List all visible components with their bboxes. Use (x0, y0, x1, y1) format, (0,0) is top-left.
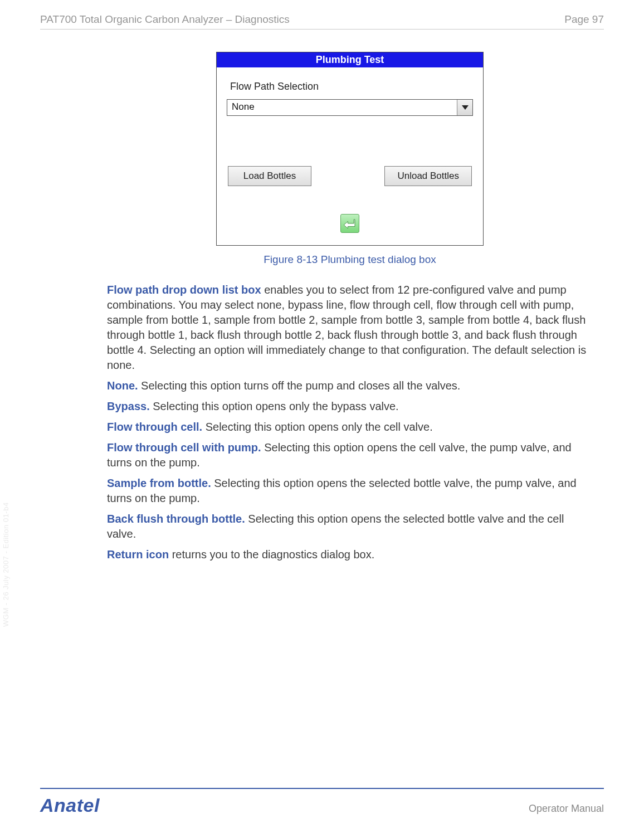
body-paragraph: Return icon returns you to the diagnosti… (107, 547, 593, 562)
paragraph-bold: None. (107, 379, 138, 392)
body-paragraph: Sample from bottle. Selecting this optio… (107, 476, 593, 506)
dialog-title: Plumbing Test (217, 52, 483, 67)
edition-sidetext: WGM - 26 July 2007 - Edition 01-b4 (2, 502, 10, 627)
header-divider (40, 29, 604, 30)
body-paragraph: Flow through cell with pump. Selecting t… (107, 440, 593, 470)
paragraph-bold: Sample from bottle. (107, 477, 211, 489)
header-title: PAT700 Total Organic Carbon Analyzer – D… (40, 13, 290, 26)
page-number: Page 97 (564, 13, 604, 26)
paragraph-bold: Back flush through bottle. (107, 513, 245, 525)
return-icon[interactable] (340, 214, 359, 233)
footer-right: Operator Manual (529, 803, 604, 815)
flow-path-combobox[interactable]: None (227, 99, 473, 116)
paragraph-rest: Selecting this option opens only the byp… (150, 400, 399, 412)
body-paragraph: Back flush through bottle. Selecting thi… (107, 512, 593, 542)
paragraph-rest: returns you to the diagnostics dialog bo… (169, 548, 374, 561)
paragraph-bold: Flow through cell. (107, 421, 202, 433)
chevron-down-icon[interactable] (457, 100, 472, 115)
paragraph-bold: Return icon (107, 548, 169, 561)
flow-path-label: Flow Path Selection (230, 81, 473, 92)
paragraph-rest: enables you to select from 12 pre-config… (107, 284, 586, 371)
body-paragraph: Flow path drop down list box enables you… (107, 282, 593, 373)
paragraph-rest: Selecting this option turns off the pump… (138, 379, 461, 392)
body-paragraph: Bypass. Selecting this option opens only… (107, 399, 593, 414)
plumbing-test-dialog: Plumbing Test Flow Path Selection None L… (216, 52, 484, 246)
paragraph-rest: Selecting this option opens only the cel… (202, 421, 433, 433)
body-paragraph: None. Selecting this option turns off th… (107, 378, 593, 393)
flow-path-value: None (227, 100, 457, 115)
body-paragraph: Flow through cell. Selecting this option… (107, 420, 593, 435)
footer-divider (40, 788, 604, 789)
brand-logo: Anatel (40, 795, 100, 816)
svg-marker-0 (462, 105, 469, 110)
paragraph-bold: Flow path drop down list box (107, 284, 261, 296)
figure-caption: Figure 8-13 Plumbing test dialog box (264, 254, 436, 266)
paragraph-bold: Bypass. (107, 400, 150, 412)
unload-bottles-button[interactable]: Unload Bottles (384, 166, 472, 186)
load-bottles-button[interactable]: Load Bottles (228, 166, 311, 186)
paragraph-bold: Flow through cell with pump. (107, 441, 261, 454)
